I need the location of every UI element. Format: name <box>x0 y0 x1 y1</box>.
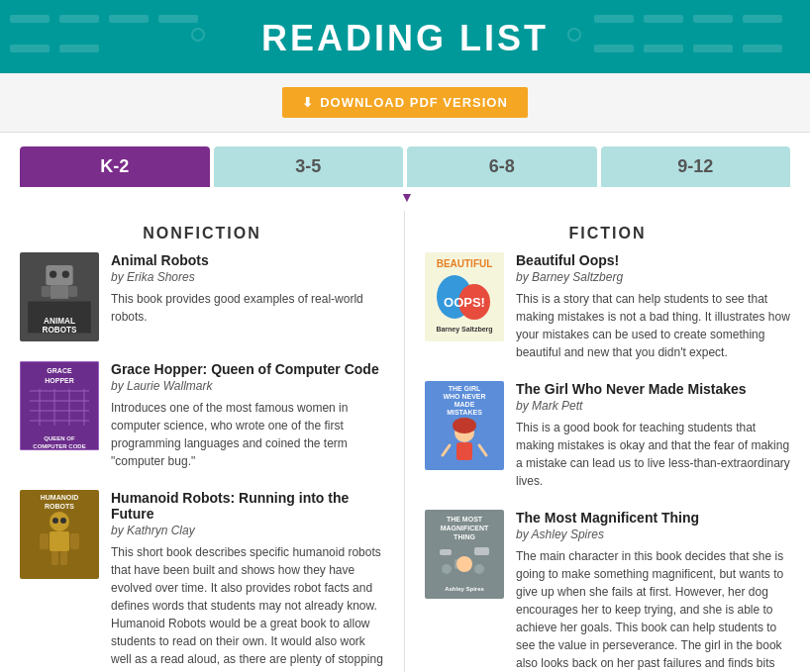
svg-text:WHO NEVER: WHO NEVER <box>443 393 485 400</box>
book-title: The Girl Who Never Made Mistakes <box>516 381 790 397</box>
svg-rect-23 <box>68 286 77 297</box>
svg-text:MADE: MADE <box>455 401 475 408</box>
book-author: by Barney Saltzberg <box>516 270 790 284</box>
svg-text:COMPUTER CODE: COMPUTER CODE <box>33 443 85 449</box>
svg-text:ANIMAL: ANIMAL <box>44 317 75 326</box>
book-cover: THE GIRL WHO NEVER MADE MISTAKES <box>425 381 504 470</box>
book-title: Grace Hopper: Queen of Computer Code <box>111 361 384 377</box>
list-item: BEAUTIFUL OOPS! Barney Saltzberg Beautif… <box>425 252 790 361</box>
svg-point-82 <box>456 556 472 572</box>
svg-text:MAGNIFICENT: MAGNIFICENT <box>441 525 489 531</box>
tab-35[interactable]: 3-5 <box>214 146 404 187</box>
svg-text:THE MOST: THE MOST <box>447 516 483 523</box>
book-description: This is a good book for teaching student… <box>516 419 790 490</box>
book-author: by Erika Shores <box>111 270 384 284</box>
book-info: The Girl Who Never Made Mistakes by Mark… <box>516 381 790 490</box>
page-header: READING LIST <box>0 0 810 73</box>
svg-text:ROBOTS: ROBOTS <box>42 326 77 335</box>
download-icon: ⬇ <box>302 95 314 110</box>
svg-text:HOPPER: HOPPER <box>45 377 74 384</box>
book-author: by Ashley Spires <box>516 528 790 541</box>
svg-text:ROBOTS: ROBOTS <box>45 503 74 510</box>
svg-point-50 <box>60 518 66 524</box>
svg-rect-45 <box>40 533 49 549</box>
book-description: This is a story that can help students t… <box>516 290 790 361</box>
book-description: This short book describes specific human… <box>111 543 384 672</box>
book-description: The main character in this book decides … <box>516 547 790 672</box>
svg-point-25 <box>62 271 69 278</box>
svg-text:MISTAKES: MISTAKES <box>447 409 482 416</box>
svg-rect-44 <box>50 531 69 551</box>
svg-point-24 <box>50 271 56 278</box>
list-item: ANIMAL ROBOTS Animal Robots by Erika Sho… <box>20 252 384 341</box>
download-bar: ⬇ DOWNLOAD PDF VERSION <box>0 73 810 133</box>
fiction-header: FICTION <box>425 211 790 252</box>
svg-text:BEAUTIFUL: BEAUTIFUL <box>437 258 493 269</box>
tab-912[interactable]: 9-12 <box>601 146 791 187</box>
nonfiction-section: NONFICTION ANIMAL ROBOTS <box>20 211 405 672</box>
download-pdf-button[interactable]: ⬇ DOWNLOAD PDF VERSION <box>282 87 528 118</box>
book-info: Humanoid Robots: Running into the Future… <box>111 490 384 672</box>
book-title: Humanoid Robots: Running into the Future <box>111 490 384 522</box>
content-area: NONFICTION ANIMAL ROBOTS <box>0 211 810 672</box>
svg-text:OOPS!: OOPS! <box>444 295 485 310</box>
book-title: Beautiful Oops! <box>516 252 790 268</box>
book-author: by Mark Pett <box>516 399 790 413</box>
book-cover: THE MOST MAGNIFICENT THING Ashley Spires <box>425 510 504 599</box>
book-author: by Laurie Wallmark <box>111 379 384 393</box>
svg-rect-79 <box>474 547 489 555</box>
book-author: by Kathryn Clay <box>111 524 384 537</box>
svg-text:THE GIRL: THE GIRL <box>449 385 481 392</box>
book-title: Animal Robots <box>111 252 384 268</box>
svg-rect-69 <box>456 442 472 460</box>
tab-k2[interactable]: K-2 <box>20 146 210 187</box>
svg-text:HUMANOID: HUMANOID <box>41 494 79 501</box>
book-cover: HUMANOID ROBOTS <box>20 490 99 579</box>
svg-rect-77 <box>440 549 452 555</box>
list-item: HUMANOID ROBOTS Humanoid Robots: Running… <box>20 490 384 672</box>
list-item: THE GIRL WHO NEVER MADE MISTAKES The Gir… <box>425 381 790 490</box>
svg-rect-48 <box>60 551 67 565</box>
svg-rect-46 <box>70 533 79 549</box>
book-info: Animal Robots by Erika Shores This book … <box>111 252 384 326</box>
book-cover: GRACE HOPPER QUEEN OF COMPUTER CODE <box>20 361 99 450</box>
svg-point-49 <box>52 518 58 524</box>
book-cover: ANIMAL ROBOTS <box>20 252 99 341</box>
list-item: THE MOST MAGNIFICENT THING Ashley Spires… <box>425 510 790 672</box>
grade-tabs: K-2 3-5 6-8 9-12 <box>0 133 810 187</box>
tab-arrow: ▼ <box>4 189 810 205</box>
svg-text:THING: THING <box>454 533 475 540</box>
book-cover: BEAUTIFUL OOPS! Barney Saltzberg <box>425 252 504 341</box>
page-title: READING LIST <box>0 18 810 59</box>
book-info: The Most Magnificent Thing by Ashley Spi… <box>516 510 790 672</box>
svg-rect-21 <box>51 285 68 299</box>
svg-rect-22 <box>42 286 51 297</box>
fiction-section: FICTION BEAUTIFUL OOPS! Barney Saltzberg… <box>405 211 790 672</box>
book-title: The Most Magnificent Thing <box>516 510 790 526</box>
svg-rect-47 <box>51 551 58 565</box>
book-description: This book provides good examples of real… <box>111 290 384 326</box>
svg-text:Barney Saltzberg: Barney Saltzberg <box>436 326 492 334</box>
book-info: Beautiful Oops! by Barney Saltzberg This… <box>516 252 790 361</box>
svg-point-70 <box>453 418 476 433</box>
list-item: GRACE HOPPER QUEEN OF COMPUTER CODE Grac <box>20 361 384 470</box>
svg-text:GRACE: GRACE <box>47 367 72 374</box>
svg-text:QUEEN OF: QUEEN OF <box>44 435 75 441</box>
download-label: DOWNLOAD PDF VERSION <box>320 95 508 110</box>
svg-point-81 <box>474 564 484 574</box>
book-description: Introduces one of the most famous women … <box>111 399 384 470</box>
svg-point-80 <box>442 564 452 574</box>
nonfiction-header: NONFICTION <box>20 211 384 252</box>
book-info: Grace Hopper: Queen of Computer Code by … <box>111 361 384 470</box>
tab-68[interactable]: 6-8 <box>407 146 597 187</box>
svg-point-43 <box>50 512 69 531</box>
svg-text:Ashley Spires: Ashley Spires <box>445 586 484 592</box>
